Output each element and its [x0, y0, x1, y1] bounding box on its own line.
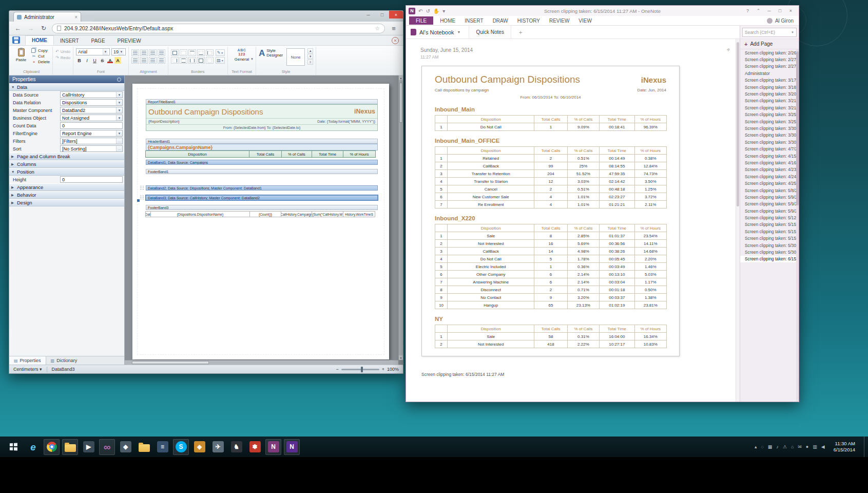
tab-preview[interactable]: PREVIEW — [111, 36, 147, 45]
selection-handle[interactable] — [137, 199, 140, 202]
browser-tab[interactable]: Administrator × — [13, 12, 81, 22]
font-size-select[interactable]: 19▼ — [111, 48, 126, 55]
canvas-report-title[interactable]: Outbound Campaign Dispositions — [148, 107, 263, 116]
tray-icon[interactable]: ✉ — [798, 444, 802, 449]
section-tab-quick-notes[interactable]: Quick Notes — [469, 26, 511, 39]
file-explorer-icon[interactable] — [62, 439, 78, 455]
tray-icon[interactable]: ⌂ — [791, 444, 794, 449]
cut-button[interactable]: ✂Cut — [31, 54, 50, 59]
notebook-selector[interactable]: Al's Notebook — [419, 29, 454, 35]
page-list-item[interactable]: Screen clipping taken: 3/30/2014 — [740, 132, 799, 139]
page-list-item[interactable]: Screen clipping taken: 2/27/2014 — [740, 63, 799, 70]
tab-insert[interactable]: INSERT — [460, 16, 488, 25]
canvas-brand-text[interactable]: iNexus — [354, 108, 375, 115]
tab-file[interactable]: FILE — [409, 16, 433, 25]
tray-icon[interactable]: ⚠ — [783, 444, 787, 449]
band-data1[interactable]: DataBand1; Data Source: Campaigns — [146, 160, 378, 165]
canvas-data-cells[interactable]: "Data {Dispositions.DispositionName} {Co… — [146, 211, 378, 217]
page-list-item[interactable]: Screen clipping taken: 5/12/2014 — [740, 214, 799, 221]
forward-icon[interactable]: → — [26, 24, 35, 33]
media-app-icon[interactable]: ▶ — [81, 439, 97, 455]
underline-button[interactable]: U — [91, 57, 98, 64]
page-list-item[interactable]: Screen clipping taken: 4/7/2014 — [740, 145, 799, 152]
app-icon-3[interactable]: ◈ — [191, 439, 207, 455]
page-list-item[interactable]: Screen clipping taken: 3/25/2014 — [740, 118, 799, 125]
font-color-button[interactable]: A — [107, 57, 113, 64]
font-family-select[interactable]: Arial▼ — [76, 48, 110, 55]
report-page[interactable]: ReportTitleBand1 Outbound Campaign Dispo… — [132, 84, 389, 359]
page-list-item[interactable]: Screen clipping taken: 4/15/2014 — [740, 153, 799, 159]
back-icon[interactable]: ← — [13, 24, 23, 33]
page-scrollbar[interactable] — [736, 39, 740, 402]
page-list-item[interactable]: Screen clipping taken: 3/30/2014 — [740, 125, 799, 131]
zoom-in-button[interactable]: + — [382, 367, 384, 372]
onenote-page-canvas[interactable]: Sunday, June 15, 2014 11:27 AM » Outboun… — [406, 39, 736, 402]
align-bottom-button[interactable] — [149, 57, 157, 64]
redo-button[interactable]: ↷Redo — [55, 55, 70, 60]
clock[interactable]: 11:30 AM 6/15/2014 — [829, 441, 860, 453]
start-button[interactable] — [4, 439, 23, 455]
tab-home[interactable]: HOME — [435, 16, 460, 25]
border-right-button[interactable] — [171, 57, 179, 64]
canvas-header-cell[interactable]: Total Calls — [249, 150, 282, 158]
touch-mode-icon[interactable]: ✋ — [433, 8, 439, 14]
style-gallery-icon[interactable]: ≡ — [307, 60, 313, 65]
page-list-item[interactable]: Screen clipping taken: 4/23/2014 — [740, 166, 799, 173]
canvas-header-cell[interactable]: % of Calls — [281, 150, 312, 158]
border-top-button[interactable] — [188, 49, 196, 56]
maximize-button[interactable]: □ — [375, 11, 389, 18]
align-right-button[interactable] — [149, 49, 157, 56]
page-list-item[interactable]: Screen clipping taken: 4/16/2014 — [740, 159, 799, 166]
dropdown-arrow-icon[interactable]: ▼ — [116, 107, 122, 113]
canvas-header-cell[interactable]: Disposition — [145, 150, 249, 158]
section-behavior[interactable]: ▶ Behavior — [9, 191, 124, 199]
ellipsis-button[interactable]: … — [116, 138, 122, 144]
show-desktop-button[interactable] — [864, 437, 867, 457]
canvas-header-cell[interactable]: % of Hours — [343, 150, 376, 158]
align-center-button[interactable] — [140, 49, 148, 56]
property-value-control[interactable]: Report Engine▼ — [60, 130, 123, 137]
section-page-column-break[interactable]: ▶ Page and Column Break — [9, 153, 124, 160]
design-surface[interactable]: ReportTitleBand1 Outbound Campaign Dispo… — [125, 75, 403, 365]
align-middle-button[interactable] — [140, 57, 148, 64]
page-list-item[interactable]: Screen clipping taken: 3/25/2014 — [740, 111, 799, 118]
new-tab-button[interactable] — [82, 15, 96, 22]
add-page-button[interactable]: + Add Page — [740, 39, 799, 49]
tray-icon[interactable]: ▦ — [768, 444, 773, 449]
property-value-control[interactable]: Dispositions▼ — [60, 99, 123, 106]
page-list-item[interactable]: Screen clipping taken: 5/8/2014 — [740, 187, 799, 194]
fullpage-view-icon[interactable]: » — [725, 46, 731, 53]
height-input[interactable]: 0 — [60, 176, 123, 183]
maximize-button[interactable]: □ — [775, 7, 785, 15]
paste-button[interactable]: Paste — [13, 47, 29, 62]
page-list-item[interactable]: Screen clipping taken: 5/15/2014 — [740, 221, 799, 228]
page-list-item[interactable]: Screen clipping taken: 3/18/2014 — [740, 84, 799, 90]
app-icon-4[interactable]: ✈ — [210, 439, 226, 455]
back-icon[interactable]: ↶ — [418, 8, 422, 14]
canvas-range-expr[interactable]: From: {SelectedDate.from} To: {SelectedD… — [223, 126, 300, 129]
band-drag-handle-icon[interactable] — [140, 185, 144, 191]
zoom-slider[interactable] — [341, 369, 379, 370]
dropdown-arrow-icon[interactable]: ▼ — [116, 130, 122, 136]
align-top-button[interactable] — [131, 57, 139, 64]
border-none-button[interactable] — [180, 49, 187, 56]
tab-properties[interactable]: ▤Properties — [9, 356, 46, 365]
strikethrough-button[interactable]: S — [99, 57, 106, 64]
screen-clipping-image[interactable]: Outbound Campaign Dispositions iNexus Ca… — [421, 66, 680, 356]
page-list-item[interactable]: Screen clipping taken: 6/15/2014 — [740, 256, 799, 262]
tab-draw[interactable]: DRAW — [488, 16, 513, 25]
tray-icon[interactable]: ● — [806, 444, 808, 449]
help-icon[interactable]: ? — [742, 7, 753, 15]
vertical-scrollbar[interactable]: ▲▼ — [398, 75, 403, 360]
tab-home[interactable]: HOME — [25, 35, 54, 45]
dropdown-arrow-icon[interactable]: ▼ — [116, 92, 122, 98]
page-list-item[interactable]: Screen clipping taken: 5/9/2014 — [740, 194, 799, 200]
property-value-control[interactable]: CallHistory▼ — [60, 91, 123, 98]
app-icon-6[interactable]: ✽ — [247, 439, 263, 455]
network-icon[interactable]: ▥ — [813, 444, 817, 449]
border-vertical-button[interactable] — [188, 57, 196, 64]
canvas-description-expr[interactable]: {ReportDescription} — [148, 120, 180, 123]
refresh-icon[interactable]: ↻ — [39, 24, 48, 33]
canvas-campaign-expr[interactable]: {Campaigns.CampaignName} — [146, 144, 378, 150]
band-data2[interactable]: DataBand2; Data Source: Dispositions; Ma… — [146, 185, 378, 191]
